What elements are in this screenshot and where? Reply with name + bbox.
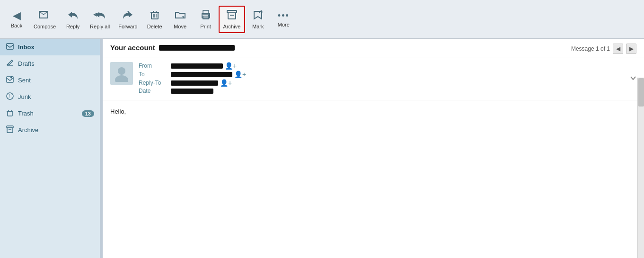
- print-button[interactable]: Print: [193, 6, 219, 33]
- sidebar-item-drafts[interactable]: Drafts: [0, 55, 100, 72]
- svg-line-1: [39, 11, 44, 15]
- scroll-thumb[interactable]: [638, 78, 644, 107]
- compose-button[interactable]: + Compose: [29, 6, 60, 33]
- forward-label: Forward: [118, 24, 137, 29]
- inbox-icon: [6, 43, 14, 52]
- back-button[interactable]: ◀ Back: [4, 7, 29, 32]
- svg-point-36: [115, 75, 128, 82]
- svg-text:▾: ▾: [127, 9, 130, 14]
- date-value: [171, 89, 213, 94]
- toolbar: ◀ Back + Compose Reply Reply all ▾ Forwa…: [0, 0, 644, 39]
- message-header: Your account Message 1 of 1 ◀ ▶: [103, 39, 644, 57]
- drafts-icon: [6, 59, 14, 68]
- trash-badge: 13: [82, 110, 94, 117]
- sidebar-label-inbox: Inbox: [18, 44, 94, 51]
- sidebar-label-sent: Sent: [18, 77, 94, 84]
- to-label: To: [139, 71, 167, 78]
- sidebar: Inbox Drafts Sent ! Junk: [0, 39, 100, 258]
- more-icon: •••: [278, 11, 290, 20]
- from-redacted: [171, 63, 223, 69]
- replyto-redacted: [171, 80, 218, 86]
- subject-redacted: [159, 45, 235, 51]
- email-details: From 👤+ To 👤+ Reply-To: [103, 57, 644, 100]
- date-redacted: [171, 89, 213, 94]
- svg-marker-25: [10, 76, 13, 79]
- print-icon: [200, 9, 212, 22]
- email-fields: From 👤+ To 👤+ Reply-To: [139, 62, 624, 95]
- archive-sidebar-icon: [6, 125, 14, 134]
- from-value: 👤+: [171, 62, 237, 70]
- svg-point-26: [7, 93, 13, 99]
- sidebar-item-inbox[interactable]: Inbox: [0, 39, 100, 55]
- junk-icon: !: [6, 92, 14, 101]
- more-button[interactable]: ••• More: [271, 8, 296, 31]
- sidebar-label-trash: Trash: [18, 110, 78, 117]
- to-row: To 👤+: [139, 71, 624, 78]
- mark-label: Mark: [252, 24, 264, 29]
- sender-avatar: [110, 62, 133, 85]
- reply-button[interactable]: Reply: [60, 6, 86, 33]
- replyto-row: Reply-To 👤+: [139, 79, 624, 87]
- archive-icon: [226, 9, 238, 22]
- sidebar-label-drafts: Drafts: [18, 60, 94, 67]
- delete-label: Delete: [147, 24, 162, 29]
- mark-button[interactable]: Mark: [245, 6, 271, 33]
- to-redacted: [171, 72, 232, 77]
- replyto-label: Reply-To: [139, 80, 167, 86]
- sidebar-item-sent[interactable]: Sent: [0, 72, 100, 89]
- sent-icon: [6, 76, 14, 85]
- date-label: Date: [139, 88, 167, 94]
- scrollbar[interactable]: ▲ ▼: [637, 78, 644, 258]
- sidebar-item-archive[interactable]: Archive: [0, 122, 100, 138]
- svg-text:▾: ▾: [182, 15, 185, 19]
- replyto-add-contact-icon[interactable]: 👤+: [220, 79, 232, 87]
- to-value: 👤+: [171, 71, 246, 78]
- forward-icon: ▾: [122, 9, 133, 22]
- details-dropdown-button[interactable]: [630, 75, 636, 83]
- nav-text: Message 1 of 1: [571, 45, 610, 52]
- prev-message-button[interactable]: ◀: [613, 44, 623, 54]
- svg-rect-33: [7, 128, 13, 133]
- message-title: Your account: [110, 44, 155, 52]
- back-label: Back: [11, 23, 22, 28]
- message-navigation: Message 1 of 1 ◀ ▶: [571, 44, 636, 54]
- svg-point-35: [118, 67, 125, 75]
- message-subject: Your account: [110, 44, 235, 52]
- compose-icon: +: [39, 9, 51, 22]
- sidebar-label-junk: Junk: [18, 93, 94, 100]
- print-label: Print: [200, 24, 211, 29]
- to-add-contact-icon[interactable]: 👤+: [234, 71, 246, 78]
- move-label: Move: [174, 24, 186, 29]
- from-row: From 👤+: [139, 62, 624, 70]
- more-label: More: [278, 22, 290, 27]
- from-add-contact-icon[interactable]: 👤+: [225, 62, 237, 70]
- forward-button[interactable]: ▾ Forward: [114, 6, 141, 33]
- move-button[interactable]: ▾ Move: [168, 6, 193, 33]
- replyto-value: 👤+: [171, 79, 232, 87]
- from-label: From: [139, 62, 167, 69]
- delete-icon: [150, 9, 160, 22]
- svg-rect-28: [8, 111, 12, 116]
- reply-label: Reply: [66, 24, 79, 29]
- main-layout: Inbox Drafts Sent ! Junk: [0, 39, 644, 258]
- back-icon: ◀: [13, 10, 21, 21]
- reply-all-label: Reply all: [90, 24, 110, 29]
- svg-rect-18: [228, 13, 236, 19]
- archive-label: Archive: [223, 24, 241, 29]
- reply-all-button[interactable]: Reply all: [86, 6, 114, 33]
- date-row: Date: [139, 88, 624, 94]
- reply-icon: [67, 9, 79, 22]
- sidebar-label-archive: Archive: [18, 126, 94, 133]
- delete-button[interactable]: Delete: [142, 6, 168, 33]
- archive-button[interactable]: Archive: [219, 6, 246, 33]
- svg-rect-22: [7, 44, 13, 49]
- trash-icon: [6, 109, 14, 118]
- svg-text:+: +: [46, 10, 49, 16]
- sidebar-item-trash[interactable]: Trash 13: [0, 105, 100, 122]
- svg-text:!: !: [9, 94, 10, 99]
- next-message-button[interactable]: ▶: [626, 44, 636, 54]
- reply-all-icon: [93, 9, 106, 22]
- svg-point-16: [208, 14, 209, 16]
- move-icon: ▾: [175, 9, 186, 22]
- sidebar-item-junk[interactable]: ! Junk: [0, 89, 100, 105]
